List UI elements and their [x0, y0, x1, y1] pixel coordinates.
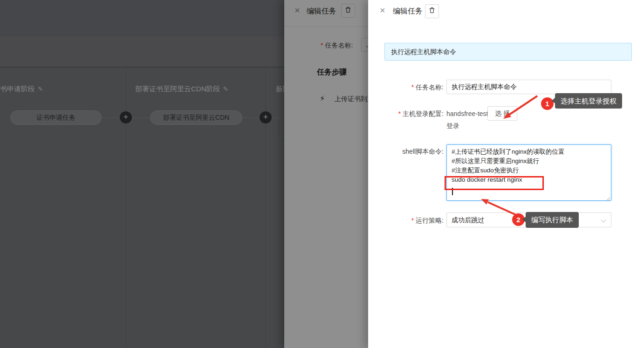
- edit-stage-icon: ✎: [223, 85, 229, 93]
- task-name-input[interactable]: [446, 80, 611, 94]
- required-mark: *: [398, 110, 401, 117]
- textarea-resize-handle[interactable]: [605, 194, 610, 200]
- stage-title-deploy-cdn: 部署证书至阿里云CDN阶段✎: [135, 85, 228, 94]
- pipeline-connector: [102, 117, 120, 118]
- pipeline-connector: [132, 117, 150, 118]
- shell-script-line: #上传证书已经放到了nginx的读取的位置: [452, 147, 606, 157]
- add-task-button: +: [260, 111, 272, 123]
- host-login-label: 主机登录配置:: [403, 110, 444, 117]
- required-mark: *: [411, 217, 414, 224]
- stage-divider: [266, 68, 266, 348]
- host-login-value: handsfree-test: [446, 110, 488, 117]
- task-pill-cert-apply: 证书申请任务: [10, 110, 102, 125]
- delete-task-button[interactable]: [425, 4, 439, 18]
- pipeline-connector: [242, 117, 260, 118]
- shell-script-textarea[interactable]: #上传证书已经放到了nginx的读取的位置 #所以这里只需要重启nginx就行 …: [446, 144, 611, 201]
- pipeline-connector: [272, 117, 279, 118]
- required-mark: *: [411, 83, 414, 91]
- close-icon[interactable]: ×: [380, 5, 385, 16]
- shell-script-label: shell脚本命令:: [402, 148, 444, 156]
- run-strategy-value: 成功后跳过: [452, 216, 484, 224]
- run-strategy-label: 运行策略:: [416, 217, 444, 224]
- host-login-value-line2: 登录: [446, 122, 459, 130]
- run-strategy-select[interactable]: 成功后跳过: [446, 212, 611, 227]
- add-task-button: +: [120, 111, 132, 123]
- shell-script-line: #注意配置sudo免密执行: [452, 166, 606, 175]
- chevron-down-icon: [601, 217, 606, 222]
- task-type-alert: 执行远程主机脚本命令: [384, 43, 632, 61]
- text-cursor: [452, 188, 453, 195]
- task-name-label: 任务名称:: [416, 83, 444, 91]
- drawer-title: 编辑任务: [393, 7, 423, 16]
- select-host-button[interactable]: 选 择: [487, 106, 517, 121]
- task-pill-deploy-cdn: 部署证书至阿里云CDN: [150, 110, 242, 125]
- trash-icon: [428, 7, 436, 16]
- app-screen: 证书申请阶段✎ 部署证书至阿里云CDN阶段✎ 新阶段 证书申请任务 部署证书至阿…: [0, 0, 644, 348]
- edit-stage-icon: ✎: [38, 85, 43, 93]
- stage-title-cert-apply: 证书申请阶段✎: [0, 85, 43, 94]
- shell-script-line: #所以这里只需要重启nginx就行: [452, 157, 606, 166]
- stage-divider: [126, 68, 126, 348]
- edit-task-drawer: × 编辑任务 执行远程主机脚本命令 *任务名称: *主机登录配置: handsf…: [368, 0, 644, 348]
- shell-script-line: sudo docker restart nginx: [452, 175, 606, 184]
